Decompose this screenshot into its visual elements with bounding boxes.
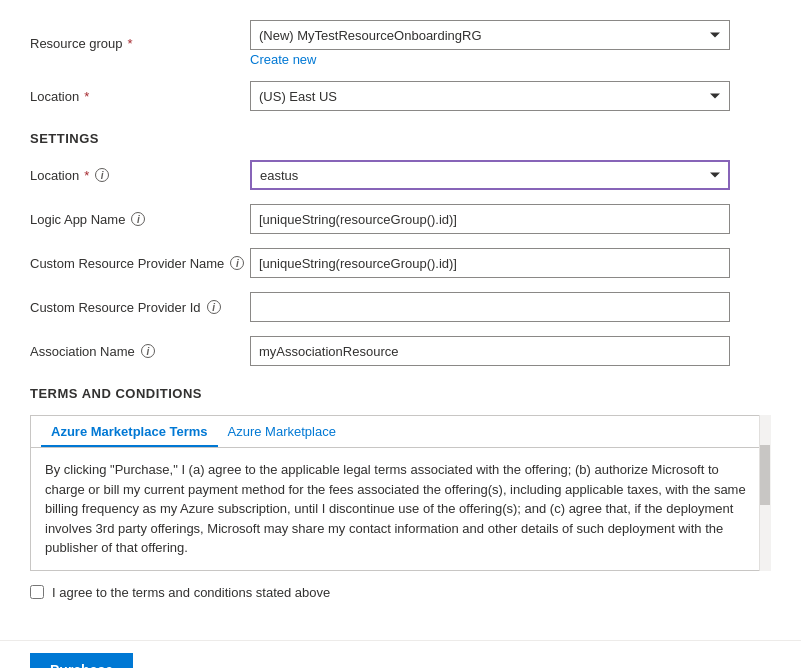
custom-provider-name-input[interactable] <box>250 248 730 278</box>
tab-azure-marketplace-terms[interactable]: Azure Marketplace Terms <box>41 416 218 447</box>
location-top-control: (US) East US <box>250 81 730 111</box>
association-name-input[interactable] <box>250 336 730 366</box>
association-name-info-icon[interactable]: i <box>141 344 155 358</box>
logic-app-name-input[interactable] <box>250 204 730 234</box>
terms-body: By clicking "Purchase," I (a) agree to t… <box>31 448 770 570</box>
resource-group-label: Resource group * <box>30 36 250 51</box>
terms-checkbox-label: I agree to the terms and conditions stat… <box>52 585 330 600</box>
location-settings-row: Location * i eastus <box>30 160 771 190</box>
custom-provider-id-input[interactable] <box>250 292 730 322</box>
location-settings-label: Location * i <box>30 168 250 183</box>
location-settings-dropdown[interactable]: eastus <box>250 160 730 190</box>
terms-checkbox-row: I agree to the terms and conditions stat… <box>30 585 771 600</box>
resource-group-dropdown-wrapper: (New) MyTestResourceOnboardingRG <box>250 20 730 50</box>
terms-box: Azure Marketplace Terms Azure Marketplac… <box>30 415 771 571</box>
purchase-button[interactable]: Purchase <box>30 653 133 669</box>
main-content: Resource group * (New) MyTestResourceOnb… <box>0 0 801 640</box>
terms-tabs: Azure Marketplace Terms Azure Marketplac… <box>31 416 770 448</box>
custom-provider-name-control <box>250 248 730 278</box>
resource-group-row: Resource group * (New) MyTestResourceOnb… <box>30 20 771 67</box>
bottom-bar: Purchase <box>0 640 801 669</box>
custom-provider-name-row: Custom Resource Provider Name i <box>30 248 771 278</box>
location-top-dropdown[interactable]: (US) East US <box>250 81 730 111</box>
location-settings-control: eastus <box>250 160 730 190</box>
location-top-dropdown-wrapper: (US) East US <box>250 81 730 111</box>
custom-provider-id-label: Custom Resource Provider Id i <box>30 300 250 315</box>
resource-group-control: (New) MyTestResourceOnboardingRG Create … <box>250 20 730 67</box>
logic-app-name-label: Logic App Name i <box>30 212 250 227</box>
terms-scrollbar-thumb[interactable] <box>760 445 770 505</box>
tab-azure-marketplace[interactable]: Azure Marketplace <box>218 416 346 447</box>
custom-provider-name-label: Custom Resource Provider Name i <box>30 256 250 271</box>
association-name-row: Association Name i <box>30 336 771 366</box>
terms-scrollbar-track <box>759 415 771 571</box>
terms-container: Azure Marketplace Terms Azure Marketplac… <box>30 415 771 571</box>
required-star-loc-settings: * <box>84 168 89 183</box>
terms-checkbox[interactable] <box>30 585 44 599</box>
custom-provider-id-info-icon[interactable]: i <box>207 300 221 314</box>
association-name-label: Association Name i <box>30 344 250 359</box>
association-name-control <box>250 336 730 366</box>
logic-app-name-control <box>250 204 730 234</box>
location-settings-info-icon[interactable]: i <box>95 168 109 182</box>
location-settings-dropdown-wrapper: eastus <box>250 160 730 190</box>
custom-provider-id-row: Custom Resource Provider Id i <box>30 292 771 322</box>
location-top-label: Location * <box>30 89 250 104</box>
logic-app-name-row: Logic App Name i <box>30 204 771 234</box>
logic-app-info-icon[interactable]: i <box>131 212 145 226</box>
required-star-location: * <box>84 89 89 104</box>
custom-provider-name-info-icon[interactable]: i <box>230 256 244 270</box>
terms-header: TERMS AND CONDITIONS <box>30 386 771 401</box>
settings-header: SETTINGS <box>30 131 771 146</box>
resource-group-dropdown[interactable]: (New) MyTestResourceOnboardingRG <box>250 20 730 50</box>
create-new-link[interactable]: Create new <box>250 52 730 67</box>
custom-provider-id-control <box>250 292 730 322</box>
required-star: * <box>128 36 133 51</box>
location-top-row: Location * (US) East US <box>30 81 771 111</box>
